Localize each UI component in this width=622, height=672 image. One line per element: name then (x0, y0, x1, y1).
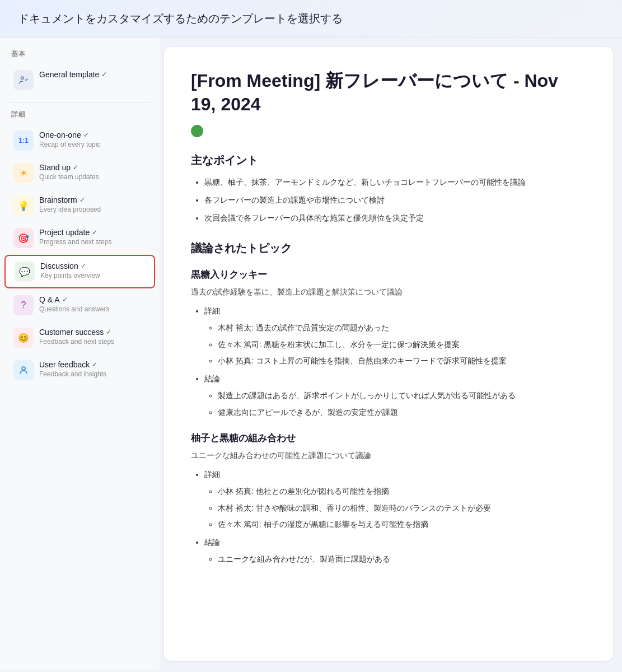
topic-1-conclusion-item-2: 健康志向にアピールできるが、製造の安定性が課題 (218, 406, 586, 419)
topic-2-title: 柚子と黒糖の組み合わせ (191, 432, 586, 445)
topic-2-detail-label: 詳細 小林 拓真: 他社との差別化が図れる可能性を指摘 木村 裕太: 甘さや酸味… (204, 468, 586, 531)
brainstorm-icon: 💡 (13, 195, 34, 216)
topic-2-description: ユニークな組み合わせの可能性と課題について議論 (191, 449, 586, 461)
qa-icon: ? (13, 295, 34, 315)
sidebar-item-qa[interactable]: ? Q & A ✓ Questions and answers (4, 290, 155, 321)
topic-1-conclusion-label: 結論 製造上の課題はあるが、訴求ポイントがしっかりしていれば人気が出る可能性があ… (204, 372, 586, 419)
sidebar-item-title-customer-success: Customer success ✓ (39, 328, 146, 337)
sidebar: 基本 General template ✓ 詳細 1:1 One-on (0, 38, 160, 670)
main-point-2: 各フレーバーの製造上の課題や市場性について検討 (204, 194, 586, 207)
sidebar-item-subtitle-qa: Questions and answers (39, 305, 146, 313)
project-update-icon: 🎯 (13, 228, 34, 248)
sidebar-item-user-feedback[interactable]: User feedback ✓ Feedback and insights (4, 354, 155, 386)
sidebar-item-standup[interactable]: ☀ Stand up ✓ Quick team updates (4, 157, 155, 189)
sidebar-item-title-discussion: Discussion ✓ (40, 262, 145, 270)
sidebar-item-subtitle-brainstorm: Every idea proposed (39, 206, 146, 213)
main-points-heading: 主なポイント (191, 153, 586, 168)
sidebar-item-subtitle-standup: Quick team updates (39, 173, 146, 181)
topic-1-conclusion-item-1: 製造上の課題はあるが、訴求ポイントがしっかりしていれば人気が出る可能性がある (218, 389, 586, 403)
sidebar-item-one-on-one[interactable]: 1:1 One-on-one ✓ Recap of every topic (4, 125, 155, 156)
sidebar-item-text-user-feedback: User feedback ✓ Feedback and insights (39, 360, 146, 378)
topic-2-detail-item-3: 佐々木 篤司: 柚子の湿度が黒糖に影響を与える可能性を指摘 (218, 518, 586, 531)
sidebar-item-text-discussion: Discussion ✓ Key points overview (40, 262, 145, 279)
sidebar-item-title-standup: Stand up ✓ (39, 163, 146, 172)
topic-1-title: 黒糖入りクッキー (191, 268, 586, 281)
standup-icon: ☀ (13, 163, 34, 183)
sidebar-item-title-qa: Q & A ✓ (39, 295, 146, 304)
sidebar-item-project-update[interactable]: 🎯 Project update ✓ Progress and next ste… (4, 222, 155, 254)
topic-2-detail-item-2: 木村 裕太: 甘さや酸味の調和、香りの相性、製造時のバランスのテストが必要 (218, 502, 586, 515)
main-point-1: 黒糖、柚子、抹茶、アーモンドミルクなど、新しいチョコレートフレーバーの可能性を議… (204, 176, 586, 189)
sidebar-item-brainstorm[interactable]: 💡 Brainstorm ✓ Every idea proposed (4, 190, 155, 221)
topic-2-conclusion-items: ユニークな組み合わせだが、製造面に課題がある (204, 553, 586, 566)
topic-2-conclusion-label: 結論 ユニークな組み合わせだが、製造面に課題がある (204, 536, 586, 566)
general-icon (13, 70, 34, 90)
sidebar-item-subtitle-user-feedback: Feedback and insights (39, 370, 146, 378)
topic-1-conclusion-items: 製造上の課題はあるが、訴求ポイントがしっかりしていれば人気が出る可能性がある 健… (204, 389, 586, 419)
sidebar-item-title-one-on-one: One-on-one ✓ (39, 130, 146, 139)
topic-1-detail-list: 詳細 木村 裕太: 過去の試作で品質安定の問題があった 佐々木 篤司: 黒糖を粉… (191, 305, 586, 419)
sidebar-item-text-brainstorm: Brainstorm ✓ Every idea proposed (39, 195, 146, 213)
sidebar-item-text-qa: Q & A ✓ Questions and answers (39, 295, 146, 313)
topic-1-description: 過去の試作経験を基に、製造上の課題と解決策について議論 (191, 286, 586, 298)
topic-2-conclusion-item-1: ユニークな組み合わせだが、製造面に課題がある (218, 553, 586, 566)
topic-2-detail-item-1: 小林 拓真: 他社との差別化が図れる可能性を指摘 (218, 485, 586, 498)
sidebar-item-title-general: General template ✓ (39, 70, 146, 79)
discussion-icon: 💬 (15, 262, 35, 282)
top-bar: ドキュメントをカスタマイズするためのテンプレートを選択する (0, 0, 622, 38)
sidebar-item-title-user-feedback: User feedback ✓ (39, 360, 146, 369)
main-point-3: 次回会議で各フレーバーの具体的な施策と優先順位を決定予定 (204, 212, 586, 225)
sidebar-item-text-standup: Stand up ✓ Quick team updates (39, 163, 146, 181)
topic-1-detail-item-2: 佐々木 篤司: 黒糖を粉末状に加工し、水分を一定に保つ解決策を提案 (218, 338, 586, 352)
sidebar-item-subtitle-one-on-one: Recap of every topic (39, 141, 146, 148)
svg-point-0 (21, 77, 24, 80)
user-feedback-icon (13, 360, 34, 380)
main-content: [From Meeting] 新フレーバーについて - Nov 19, 2024… (164, 47, 613, 661)
sidebar-item-text-general: General template ✓ (39, 70, 146, 79)
topic-2-detail-items: 小林 拓真: 他社との差別化が図れる可能性を指摘 木村 裕太: 甘さや酸味の調和… (204, 485, 586, 531)
top-bar-title: ドキュメントをカスタマイズするためのテンプレートを選択する (18, 12, 343, 25)
status-dot (191, 125, 203, 137)
sidebar-detail-label: 詳細 (0, 110, 160, 124)
main-layout: 基本 General template ✓ 詳細 1:1 One-on (0, 38, 622, 670)
sidebar-item-customer-success[interactable]: 😊 Customer success ✓ Feedback and next s… (4, 322, 155, 353)
sidebar-item-title-brainstorm: Brainstorm ✓ (39, 195, 146, 204)
topic-1-detail-item-3: 小林 拓真: コスト上昇の可能性を指摘、自然由来のキーワードで訴求可能性を提案 (218, 354, 586, 368)
topic-2-detail-list: 詳細 小林 拓真: 他社との差別化が図れる可能性を指摘 木村 裕太: 甘さや酸味… (191, 468, 586, 566)
sidebar-item-general[interactable]: General template ✓ (4, 64, 155, 96)
main-points-list: 黒糖、柚子、抹茶、アーモンドミルクなど、新しいチョコレートフレーバーの可能性を議… (191, 176, 586, 225)
sidebar-divider (9, 102, 151, 103)
customer-success-icon: 😊 (13, 328, 34, 348)
sidebar-item-discussion[interactable]: 💬 Discussion ✓ Key points overview (4, 255, 155, 288)
sidebar-item-subtitle-discussion: Key points overview (40, 272, 145, 279)
topic-1-detail-label: 詳細 木村 裕太: 過去の試作で品質安定の問題があった 佐々木 篤司: 黒糖を粉… (204, 305, 586, 368)
sidebar-basic-label: 基本 (0, 49, 160, 63)
sidebar-item-title-project-update: Project update ✓ (39, 228, 146, 237)
sidebar-item-text-project-update: Project update ✓ Progress and next steps (39, 228, 146, 246)
sidebar-item-text-one-on-one: One-on-one ✓ Recap of every topic (39, 130, 146, 148)
topic-1-detail-item-1: 木村 裕太: 過去の試作で品質安定の問題があった (218, 321, 586, 335)
svg-point-1 (22, 367, 25, 370)
sidebar-item-subtitle-customer-success: Feedback and next steps (39, 338, 146, 346)
sidebar-item-text-customer-success: Customer success ✓ Feedback and next ste… (39, 328, 146, 346)
discussed-topics-heading: 議論されたトピック (191, 241, 586, 256)
topic-1-detail-items: 木村 裕太: 過去の試作で品質安定の問題があった 佐々木 篤司: 黒糖を粉末状に… (204, 321, 586, 368)
one-on-one-icon: 1:1 (13, 130, 34, 151)
document-title: [From Meeting] 新フレーバーについて - Nov 19, 2024 (191, 69, 586, 116)
sidebar-item-subtitle-project-update: Progress and next steps (39, 238, 146, 246)
